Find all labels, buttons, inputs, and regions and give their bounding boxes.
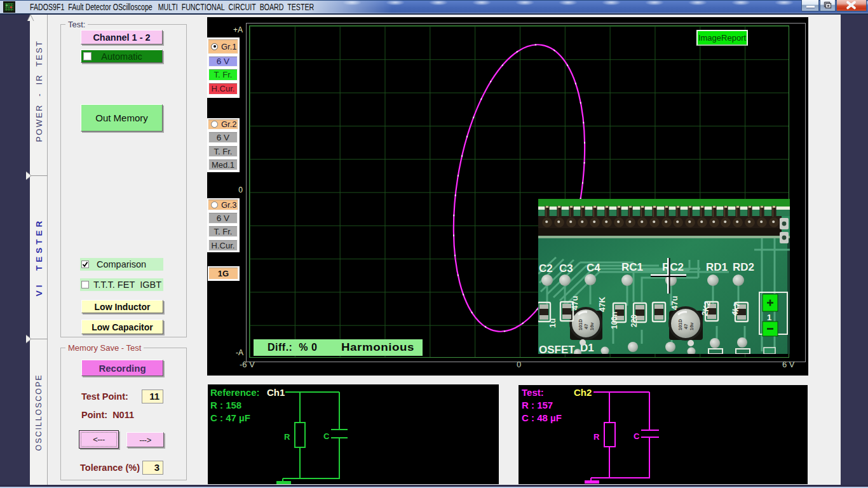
svg-text:101D: 101D [677, 318, 683, 330]
svg-text:16v: 16v [689, 322, 695, 330]
svg-text:C3: C3 [559, 262, 573, 274]
svg-text:C2: C2 [539, 262, 553, 274]
svg-text:Reference:: Reference: [210, 387, 260, 398]
svg-text:1: 1 [767, 313, 771, 322]
svg-text:47u: 47u [570, 296, 580, 310]
svg-text:47: 47 [583, 324, 589, 329]
svg-text:100n: 100n [610, 312, 619, 329]
svg-text:Ch2: Ch2 [574, 387, 592, 398]
svg-text:C: C [323, 431, 330, 441]
svg-text:R : 158: R : 158 [210, 400, 241, 410]
svg-text:R: R [593, 432, 600, 442]
svg-text:OSFET: OSFET [539, 344, 575, 354]
svg-text:RD2: RD2 [733, 261, 754, 273]
svg-text:47u: 47u [670, 296, 679, 310]
svg-text:C : 47 µF: C : 47 µF [210, 412, 250, 423]
svg-text:101D: 101D [578, 318, 583, 330]
svg-text:47: 47 [683, 324, 689, 329]
svg-text:16v: 16v [589, 322, 595, 330]
svg-text:47K: 47K [597, 297, 607, 312]
svg-text:C4: C4 [587, 262, 600, 274]
svg-text:RC2: RC2 [662, 261, 684, 273]
svg-text:RD1: RD1 [706, 261, 728, 273]
svg-text:220: 220 [630, 315, 639, 327]
svg-text:RC1: RC1 [621, 261, 643, 273]
svg-text:C: C [634, 431, 640, 441]
svg-text:1u: 1u [548, 318, 557, 328]
svg-text:Test:: Test: [522, 387, 544, 398]
svg-text:R : 157: R : 157 [522, 400, 553, 410]
svg-text:R: R [284, 432, 290, 442]
svg-text:C : 48 µF: C : 48 µF [522, 412, 562, 423]
svg-text:Ch1: Ch1 [267, 387, 285, 398]
